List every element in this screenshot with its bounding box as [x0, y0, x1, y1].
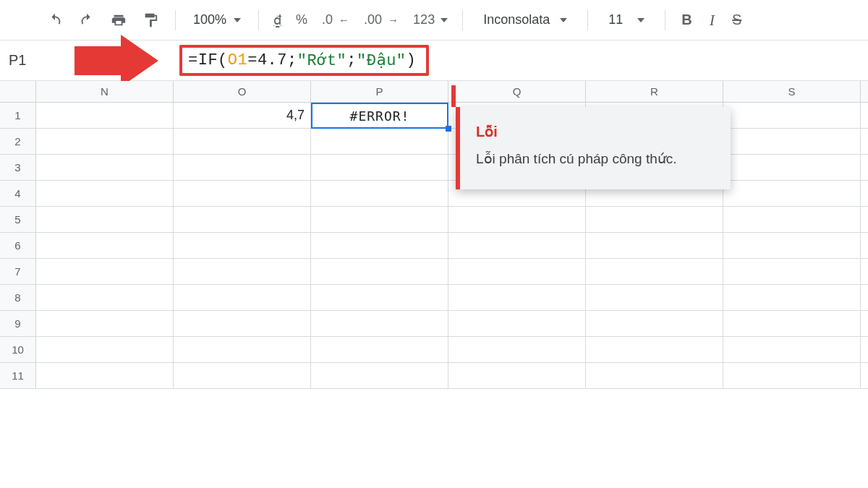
- cell[interactable]: [586, 233, 723, 258]
- column-header[interactable]: S: [723, 81, 861, 102]
- select-all-corner[interactable]: [0, 81, 36, 102]
- row-header[interactable]: 10: [0, 337, 36, 362]
- column-header[interactable]: Q: [448, 81, 586, 102]
- strike-button[interactable]: S: [732, 12, 741, 28]
- italic-button[interactable]: I: [710, 11, 715, 30]
- row-header[interactable]: 8: [0, 285, 36, 310]
- row-header[interactable]: 2: [0, 129, 36, 154]
- row-header[interactable]: 7: [0, 259, 36, 284]
- redo-icon: [79, 12, 95, 28]
- cell[interactable]: [448, 363, 586, 388]
- cell[interactable]: [448, 337, 586, 362]
- cell[interactable]: [311, 285, 448, 310]
- cell[interactable]: [36, 259, 174, 284]
- cell[interactable]: [586, 337, 723, 362]
- cell[interactable]: [174, 311, 311, 336]
- spreadsheet-grid[interactable]: N O P Q R S 1 4,7 2 3 4 5 6 7 8 9 10 11 …: [0, 81, 868, 389]
- cell[interactable]: [36, 207, 174, 232]
- cell[interactable]: [311, 207, 448, 232]
- row-header[interactable]: 6: [0, 233, 36, 258]
- cell[interactable]: [311, 129, 448, 154]
- cell[interactable]: [723, 207, 861, 232]
- column-header[interactable]: R: [586, 81, 723, 102]
- row-header[interactable]: 5: [0, 207, 36, 232]
- redo-button[interactable]: [72, 6, 101, 35]
- cell[interactable]: [174, 363, 311, 388]
- cell[interactable]: [586, 363, 723, 388]
- cell[interactable]: [36, 285, 174, 310]
- name-box[interactable]: P1: [0, 40, 56, 80]
- cell[interactable]: [586, 311, 723, 336]
- cell[interactable]: [311, 311, 448, 336]
- cell[interactable]: [36, 337, 174, 362]
- cell[interactable]: [174, 233, 311, 258]
- cell[interactable]: [311, 363, 448, 388]
- separator: [258, 10, 259, 30]
- cell[interactable]: [311, 337, 448, 362]
- cell[interactable]: [723, 337, 861, 362]
- cell[interactable]: [448, 285, 586, 310]
- cell[interactable]: [448, 207, 586, 232]
- percent-button[interactable]: %: [296, 12, 307, 27]
- cell[interactable]: [174, 337, 311, 362]
- cell[interactable]: [174, 181, 311, 206]
- increase-decimal-button[interactable]: .00→: [364, 12, 399, 27]
- cell[interactable]: [723, 155, 861, 180]
- zoom-dropdown[interactable]: 100%: [186, 12, 248, 27]
- cell[interactable]: [723, 311, 861, 336]
- currency-button[interactable]: ₫: [273, 12, 281, 28]
- cell[interactable]: [36, 233, 174, 258]
- number-format-group: ₫ % .0← .00→ 123: [269, 12, 452, 28]
- cell[interactable]: [723, 181, 861, 206]
- cell[interactable]: [174, 155, 311, 180]
- cell[interactable]: [174, 129, 311, 154]
- row-header[interactable]: 3: [0, 155, 36, 180]
- font-size-dropdown[interactable]: 11: [598, 12, 655, 27]
- cell[interactable]: [36, 129, 174, 154]
- print-button[interactable]: [104, 6, 133, 35]
- cell-P1[interactable]: [311, 103, 448, 128]
- column-header[interactable]: O: [174, 81, 311, 102]
- row-header[interactable]: 4: [0, 181, 36, 206]
- cell[interactable]: [36, 311, 174, 336]
- cell[interactable]: [36, 181, 174, 206]
- text-style-group: B I S: [676, 11, 747, 30]
- row-header[interactable]: 11: [0, 363, 36, 388]
- cell[interactable]: [311, 233, 448, 258]
- cell[interactable]: [586, 285, 723, 310]
- column-header[interactable]: N: [36, 81, 174, 102]
- cell[interactable]: [723, 129, 861, 154]
- row-header[interactable]: 1: [0, 103, 36, 128]
- cell[interactable]: [448, 233, 586, 258]
- cell[interactable]: [311, 181, 448, 206]
- cell-O1[interactable]: 4,7: [174, 103, 311, 128]
- table-row: 3: [0, 155, 868, 181]
- cell[interactable]: [723, 363, 861, 388]
- cell-N1[interactable]: [36, 103, 174, 128]
- cell[interactable]: [723, 233, 861, 258]
- cell[interactable]: [174, 259, 311, 284]
- row-header[interactable]: 9: [0, 311, 36, 336]
- cell[interactable]: [36, 363, 174, 388]
- cell[interactable]: [311, 259, 448, 284]
- more-formats-dropdown[interactable]: 123: [413, 12, 448, 27]
- cell[interactable]: [723, 259, 861, 284]
- cell[interactable]: [174, 285, 311, 310]
- cell[interactable]: [174, 207, 311, 232]
- cell-S1[interactable]: [723, 103, 861, 128]
- font-dropdown[interactable]: Inconsolata: [473, 12, 577, 27]
- formula-input[interactable]: =IF( O1 =4.7; "Rớt" ; "Đậu" ): [179, 45, 429, 76]
- undo-button[interactable]: [41, 6, 69, 35]
- column-header[interactable]: P: [311, 81, 448, 102]
- decrease-decimal-button[interactable]: .0←: [322, 12, 349, 27]
- formula-text: =4.7;: [247, 51, 297, 69]
- cell[interactable]: [36, 155, 174, 180]
- cell[interactable]: [586, 259, 723, 284]
- cell[interactable]: [723, 285, 861, 310]
- cell[interactable]: [586, 207, 723, 232]
- bold-button[interactable]: B: [681, 12, 692, 28]
- cell[interactable]: [311, 155, 448, 180]
- cell[interactable]: [448, 259, 586, 284]
- cell[interactable]: [448, 311, 586, 336]
- paint-format-button[interactable]: [136, 6, 165, 35]
